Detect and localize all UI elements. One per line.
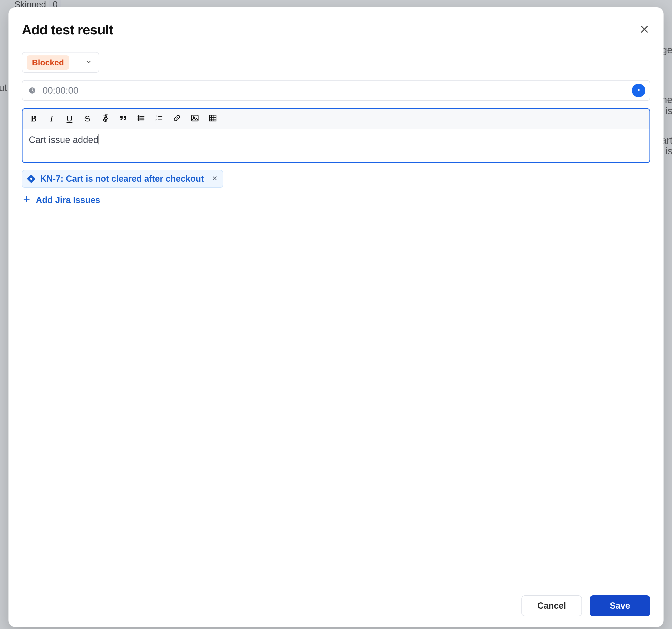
editor-content: Cart issue added <box>29 135 98 145</box>
italic-icon: I <box>50 114 53 124</box>
text-caret <box>98 134 99 145</box>
bold-icon: B <box>31 114 37 124</box>
remove-issue-button[interactable] <box>212 175 218 182</box>
table-button[interactable] <box>208 113 218 124</box>
strikethrough-icon: S <box>85 114 90 123</box>
add-test-result-modal: Add test result Blocked 00:00:00 <box>8 7 664 627</box>
close-button[interactable] <box>639 24 650 35</box>
bullet-list-icon <box>137 114 145 123</box>
cancel-button[interactable]: Cancel <box>522 595 582 616</box>
table-icon <box>209 114 217 123</box>
plus-icon <box>23 195 30 205</box>
modal-footer: Cancel Save <box>22 595 650 616</box>
modal-title: Add test result <box>22 22 113 37</box>
numbered-list-button[interactable]: 1 2 <box>154 113 164 124</box>
timer-value: 00:00:00 <box>43 85 626 96</box>
save-button[interactable]: Save <box>590 595 650 616</box>
svg-rect-14 <box>192 115 198 121</box>
timer-play-button[interactable] <box>632 84 645 97</box>
quote-icon <box>119 114 127 123</box>
editor-toolbar: B I U S <box>23 109 649 128</box>
status-dropdown[interactable]: Blocked <box>22 52 99 73</box>
linked-issue-label: KN-7: Cart is not cleared after checkout <box>40 174 204 184</box>
chevron-down-icon <box>85 58 92 66</box>
bullet-list-button[interactable] <box>136 113 146 124</box>
link-icon <box>173 114 181 123</box>
status-chip: Blocked <box>27 55 69 70</box>
close-icon <box>212 175 218 182</box>
timer-field[interactable]: 00:00:00 <box>22 80 650 101</box>
quote-button[interactable] <box>118 113 128 124</box>
jira-issue-icon <box>27 175 35 183</box>
image-icon <box>191 114 199 123</box>
result-editor: B I U S <box>22 108 650 163</box>
svg-marker-3 <box>638 88 640 92</box>
strikethrough-button[interactable]: S <box>82 113 93 124</box>
svg-point-6 <box>138 118 139 119</box>
underline-icon: U <box>67 114 73 123</box>
svg-point-4 <box>138 116 139 117</box>
svg-text:1: 1 <box>155 115 157 118</box>
close-icon <box>640 24 649 35</box>
underline-button[interactable]: U <box>64 113 75 124</box>
editor-textarea[interactable]: Cart issue added <box>23 128 649 162</box>
image-button[interactable] <box>190 113 200 124</box>
link-button[interactable] <box>172 113 182 124</box>
add-jira-issues-button[interactable]: Add Jira Issues <box>22 194 650 207</box>
svg-point-22 <box>30 178 32 180</box>
svg-text:2: 2 <box>155 118 157 122</box>
svg-rect-16 <box>210 115 216 121</box>
play-icon <box>636 87 642 94</box>
italic-button[interactable]: I <box>46 113 57 124</box>
clear-format-button[interactable] <box>100 113 111 124</box>
svg-point-8 <box>138 119 139 121</box>
add-jira-issues-label: Add Jira Issues <box>36 195 100 205</box>
numbered-list-icon: 1 2 <box>155 114 163 123</box>
clock-icon <box>28 86 36 95</box>
bold-button[interactable]: B <box>28 113 39 124</box>
clear-format-icon <box>101 114 110 123</box>
linked-issue-chip[interactable]: KN-7: Cart is not cleared after checkout <box>22 170 223 188</box>
